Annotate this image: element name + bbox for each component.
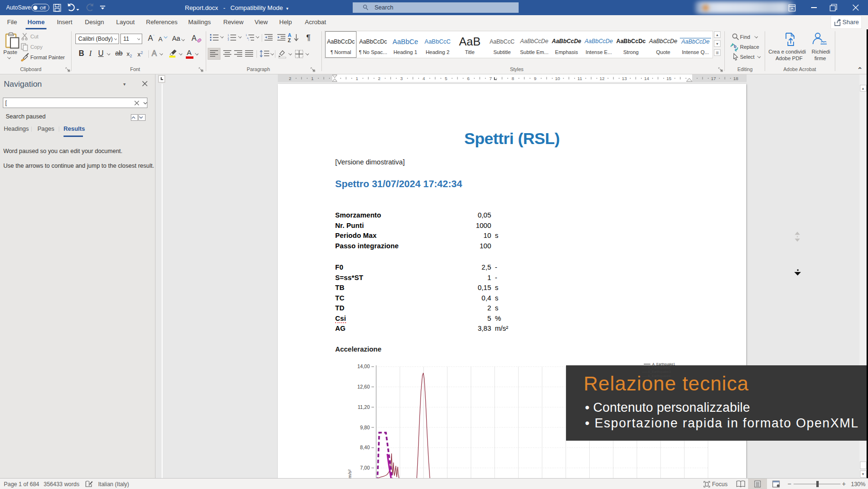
svg-text:18: 18 xyxy=(733,76,739,81)
svg-text:13: 13 xyxy=(622,76,627,81)
svg-text:4: 4 xyxy=(422,76,425,81)
svg-text:9,80: 9,80 xyxy=(360,425,370,430)
svg-text:2: 2 xyxy=(289,76,291,81)
svg-text:9: 9 xyxy=(534,76,536,81)
svg-text:12: 12 xyxy=(600,76,605,81)
svg-text:c: c xyxy=(735,47,737,52)
svg-text:11,20: 11,20 xyxy=(358,404,370,410)
svg-text:3: 3 xyxy=(400,76,402,81)
svg-text:1: 1 xyxy=(356,76,358,81)
svg-text:2: 2 xyxy=(378,76,380,81)
svg-text:6: 6 xyxy=(467,76,469,81)
svg-text:5: 5 xyxy=(445,76,447,81)
svg-text:10: 10 xyxy=(555,76,560,81)
svg-text:11: 11 xyxy=(577,76,582,81)
svg-text:7,00: 7,00 xyxy=(360,465,370,471)
svg-text:7: 7 xyxy=(489,76,492,81)
svg-text:14: 14 xyxy=(644,76,649,81)
svg-text:8,40: 8,40 xyxy=(360,444,370,450)
svg-text:3: 3 xyxy=(228,38,229,41)
svg-text:8: 8 xyxy=(512,76,514,81)
svg-text:15: 15 xyxy=(667,76,672,81)
svg-text:14,00: 14,00 xyxy=(357,363,370,369)
svg-text:1: 1 xyxy=(311,76,313,81)
svg-text:12,60: 12,60 xyxy=(357,384,370,389)
svg-text:m/s²: m/s² xyxy=(347,470,352,478)
svg-text:17: 17 xyxy=(711,76,716,81)
svg-text:i: i xyxy=(248,38,249,41)
